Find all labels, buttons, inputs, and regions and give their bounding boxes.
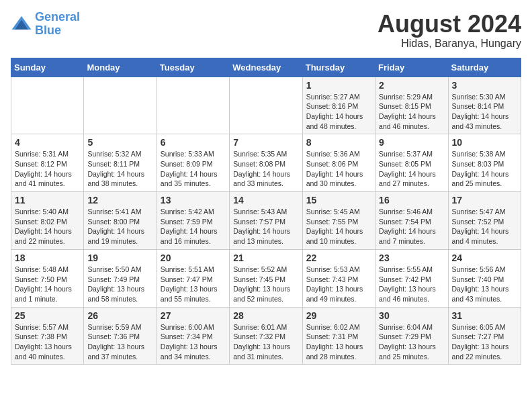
calendar-subtitle: Hidas, Baranya, Hungary [378, 38, 521, 50]
day-number: 17 [452, 195, 517, 205]
day-number: 28 [233, 310, 298, 321]
day-info: Sunrise: 5:53 AM Sunset: 7:43 PM Dayligh… [306, 265, 371, 304]
cell-3-0: 18Sunrise: 5:48 AM Sunset: 7:50 PM Dayli… [11, 249, 84, 307]
calendar-body: 1Sunrise: 5:27 AM Sunset: 8:16 PM Daylig… [11, 77, 521, 365]
day-number: 27 [161, 310, 226, 321]
day-info: Sunrise: 5:47 AM Sunset: 7:52 PM Dayligh… [452, 207, 517, 246]
logo-text: General Blue [35, 11, 80, 38]
day-number: 15 [306, 195, 371, 205]
day-number: 29 [306, 310, 371, 321]
cell-1-0: 4Sunrise: 5:31 AM Sunset: 8:12 PM Daylig… [11, 134, 84, 192]
day-number: 9 [379, 137, 444, 148]
day-info: Sunrise: 5:56 AM Sunset: 7:40 PM Dayligh… [452, 265, 517, 304]
cell-1-4: 8Sunrise: 5:36 AM Sunset: 8:06 PM Daylig… [302, 134, 375, 192]
col-friday: Friday [375, 58, 448, 77]
cell-0-3 [230, 77, 302, 134]
cell-4-2: 27Sunrise: 6:00 AM Sunset: 7:34 PM Dayli… [157, 307, 229, 365]
day-number: 31 [452, 310, 517, 321]
logo-icon [11, 13, 32, 35]
logo: General Blue [11, 11, 80, 38]
cell-1-5: 9Sunrise: 5:37 AM Sunset: 8:05 PM Daylig… [375, 134, 448, 192]
day-number: 1 [306, 80, 371, 91]
header-row: Sunday Monday Tuesday Wednesday Thursday… [11, 58, 521, 77]
col-monday: Monday [84, 58, 157, 77]
day-number: 6 [161, 137, 226, 148]
cell-4-6: 31Sunrise: 6:05 AM Sunset: 7:27 PM Dayli… [448, 307, 521, 365]
week-row-2: 11Sunrise: 5:40 AM Sunset: 8:02 PM Dayli… [11, 192, 521, 250]
cell-4-5: 30Sunrise: 6:04 AM Sunset: 7:29 PM Dayli… [375, 307, 448, 365]
cell-3-6: 24Sunrise: 5:56 AM Sunset: 7:40 PM Dayli… [448, 249, 521, 307]
cell-2-2: 13Sunrise: 5:42 AM Sunset: 7:59 PM Dayli… [157, 192, 229, 250]
day-info: Sunrise: 5:42 AM Sunset: 7:59 PM Dayligh… [161, 207, 226, 246]
calendar-table: Sunday Monday Tuesday Wednesday Thursday… [11, 58, 521, 365]
col-sunday: Sunday [11, 58, 84, 77]
cell-4-4: 29Sunrise: 6:02 AM Sunset: 7:31 PM Dayli… [302, 307, 375, 365]
cell-4-3: 28Sunrise: 6:01 AM Sunset: 7:32 PM Dayli… [230, 307, 302, 365]
day-info: Sunrise: 5:40 AM Sunset: 8:02 PM Dayligh… [15, 207, 80, 246]
cell-3-5: 23Sunrise: 5:55 AM Sunset: 7:42 PM Dayli… [375, 249, 448, 307]
week-row-1: 4Sunrise: 5:31 AM Sunset: 8:12 PM Daylig… [11, 134, 521, 192]
week-row-3: 18Sunrise: 5:48 AM Sunset: 7:50 PM Dayli… [11, 249, 521, 307]
cell-1-2: 6Sunrise: 5:33 AM Sunset: 8:09 PM Daylig… [157, 134, 229, 192]
logo-line2: Blue [35, 24, 61, 37]
title-block: August 2024 Hidas, Baranya, Hungary [378, 11, 521, 50]
day-info: Sunrise: 5:41 AM Sunset: 8:00 PM Dayligh… [87, 207, 152, 246]
col-thursday: Thursday [302, 58, 375, 77]
day-info: Sunrise: 6:01 AM Sunset: 7:32 PM Dayligh… [233, 322, 298, 362]
day-info: Sunrise: 5:38 AM Sunset: 8:03 PM Dayligh… [452, 149, 517, 189]
day-info: Sunrise: 5:50 AM Sunset: 7:49 PM Dayligh… [87, 265, 152, 304]
week-row-4: 25Sunrise: 5:57 AM Sunset: 7:38 PM Dayli… [11, 307, 521, 365]
day-number: 5 [87, 137, 152, 148]
day-info: Sunrise: 5:29 AM Sunset: 8:15 PM Dayligh… [379, 92, 444, 132]
day-number: 19 [87, 253, 152, 263]
day-info: Sunrise: 5:59 AM Sunset: 7:36 PM Dayligh… [87, 322, 152, 362]
cell-0-2 [157, 77, 229, 134]
cell-0-6: 3Sunrise: 5:30 AM Sunset: 8:14 PM Daylig… [448, 77, 521, 134]
day-number: 3 [452, 80, 517, 91]
logo-line1: General [35, 10, 80, 24]
day-info: Sunrise: 5:32 AM Sunset: 8:11 PM Dayligh… [87, 149, 152, 189]
day-info: Sunrise: 5:45 AM Sunset: 7:55 PM Dayligh… [306, 207, 371, 246]
day-info: Sunrise: 5:31 AM Sunset: 8:12 PM Dayligh… [15, 149, 80, 189]
day-number: 24 [452, 253, 517, 263]
day-number: 11 [15, 195, 80, 205]
cell-2-4: 15Sunrise: 5:45 AM Sunset: 7:55 PM Dayli… [302, 192, 375, 250]
day-number: 7 [233, 137, 298, 148]
cell-2-3: 14Sunrise: 5:43 AM Sunset: 7:57 PM Dayli… [230, 192, 302, 250]
cell-3-4: 22Sunrise: 5:53 AM Sunset: 7:43 PM Dayli… [302, 249, 375, 307]
cell-3-3: 21Sunrise: 5:52 AM Sunset: 7:45 PM Dayli… [230, 249, 302, 307]
calendar-header: Sunday Monday Tuesday Wednesday Thursday… [11, 58, 521, 77]
cell-2-1: 12Sunrise: 5:41 AM Sunset: 8:00 PM Dayli… [84, 192, 157, 250]
day-number: 23 [379, 253, 444, 263]
col-saturday: Saturday [448, 58, 521, 77]
day-number: 22 [306, 253, 371, 263]
cell-0-5: 2Sunrise: 5:29 AM Sunset: 8:15 PM Daylig… [375, 77, 448, 134]
day-number: 16 [379, 195, 444, 205]
page-header: General Blue August 2024 Hidas, Baranya,… [11, 11, 521, 50]
day-info: Sunrise: 5:36 AM Sunset: 8:06 PM Dayligh… [306, 149, 371, 189]
day-info: Sunrise: 5:52 AM Sunset: 7:45 PM Dayligh… [233, 265, 298, 304]
day-number: 18 [15, 253, 80, 263]
day-info: Sunrise: 6:00 AM Sunset: 7:34 PM Dayligh… [161, 322, 226, 362]
day-number: 8 [306, 137, 371, 148]
calendar-title: August 2024 [378, 11, 521, 38]
cell-0-1 [84, 77, 157, 134]
day-info: Sunrise: 5:30 AM Sunset: 8:14 PM Dayligh… [452, 92, 517, 132]
cell-0-0 [11, 77, 84, 134]
day-info: Sunrise: 6:05 AM Sunset: 7:27 PM Dayligh… [452, 322, 517, 362]
day-number: 2 [379, 80, 444, 91]
day-number: 10 [452, 137, 517, 148]
day-info: Sunrise: 5:55 AM Sunset: 7:42 PM Dayligh… [379, 265, 444, 304]
cell-2-5: 16Sunrise: 5:46 AM Sunset: 7:54 PM Dayli… [375, 192, 448, 250]
day-info: Sunrise: 5:48 AM Sunset: 7:50 PM Dayligh… [15, 265, 80, 304]
cell-2-6: 17Sunrise: 5:47 AM Sunset: 7:52 PM Dayli… [448, 192, 521, 250]
day-number: 26 [87, 310, 152, 321]
cell-3-2: 20Sunrise: 5:51 AM Sunset: 7:47 PM Dayli… [157, 249, 229, 307]
day-number: 13 [161, 195, 226, 205]
day-info: Sunrise: 5:27 AM Sunset: 8:16 PM Dayligh… [306, 92, 371, 132]
week-row-0: 1Sunrise: 5:27 AM Sunset: 8:16 PM Daylig… [11, 77, 521, 134]
cell-1-1: 5Sunrise: 5:32 AM Sunset: 8:11 PM Daylig… [84, 134, 157, 192]
day-info: Sunrise: 5:43 AM Sunset: 7:57 PM Dayligh… [233, 207, 298, 246]
col-wednesday: Wednesday [230, 58, 302, 77]
day-number: 30 [379, 310, 444, 321]
